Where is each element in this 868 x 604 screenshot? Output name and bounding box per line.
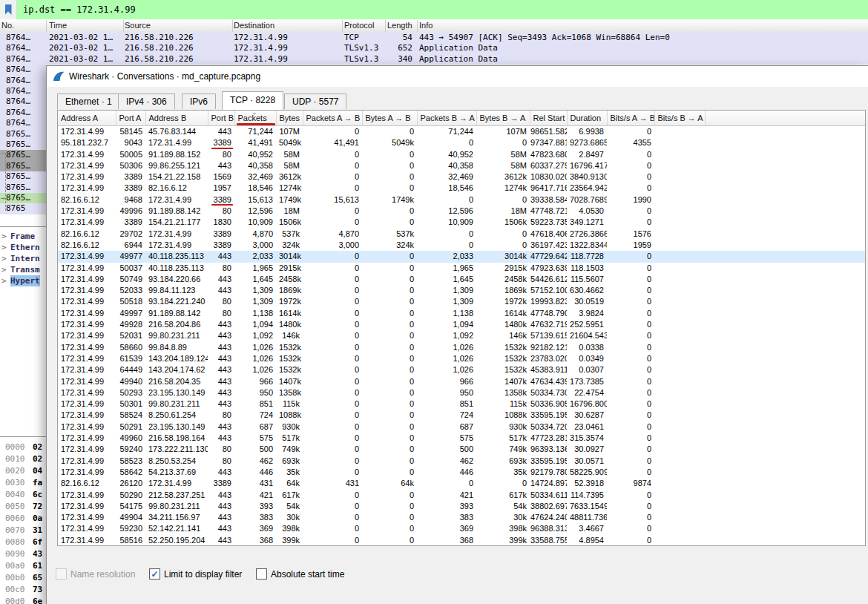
table-header-port-b[interactable]: Port B bbox=[208, 111, 234, 126]
packet-row-number[interactable]: 8765… bbox=[0, 129, 46, 139]
dialog-title-bar[interactable]: Wireshark · Conversations · md_capture.p… bbox=[47, 66, 868, 87]
conversation-row[interactable]: 172.31.4.9961539143.204.189.1244431,0261… bbox=[58, 353, 865, 364]
tree-item-hypert[interactable]: >Hypert bbox=[0, 275, 46, 286]
conversation-row[interactable]: 172.31.4.994999791.189.88.142801,1381614… bbox=[58, 308, 865, 319]
packet-row-number[interactable]: 8765… bbox=[0, 183, 46, 193]
conversation-row[interactable]: 172.31.4.995866099.84.8.894431,0261532k0… bbox=[58, 342, 865, 353]
conversation-row[interactable]: 172.31.4.995000591.189.88.1528040,95258M… bbox=[58, 149, 865, 160]
cell: 45.76.83.144 bbox=[145, 126, 208, 138]
expand-chevron-icon[interactable]: > bbox=[1, 275, 7, 286]
tab-ipv4[interactable]: IPv4 · 306 bbox=[118, 93, 175, 109]
packet-list-header[interactable]: No.TimeSourceDestinationProtocolLengthIn… bbox=[0, 19, 868, 33]
tree-item-frame[interactable]: >Frame bbox=[0, 231, 46, 242]
conversation-row[interactable]: 172.31.4.995030699.86.255.12144340,35858… bbox=[58, 160, 865, 171]
tab-udp[interactable]: UDP · 5577 bbox=[284, 93, 346, 109]
tree-item-intern[interactable]: >Intern bbox=[0, 253, 46, 264]
table-header-packets-a-b[interactable]: Packets A → B bbox=[303, 111, 362, 126]
packet-row[interactable]: 8764…2021-03-02 1…216.58.210.226172.31.4… bbox=[0, 54, 868, 65]
tab-tcp[interactable]: TCP · 8228 bbox=[222, 91, 283, 110]
conversation-row[interactable]: 172.31.4.99585238.250.53.25480462693k004… bbox=[58, 456, 865, 467]
packet-row[interactable]: 8764…2021-03-02 1…216.58.210.226172.31.4… bbox=[0, 33, 868, 43]
display-filter-input[interactable]: ip.dst == 172.31.4.99 bbox=[23, 4, 136, 15]
expand-chevron-icon[interactable]: > bbox=[1, 253, 7, 264]
conversation-row[interactable]: 172.31.4.995923052.142.21.141443369398k0… bbox=[58, 523, 865, 534]
expand-chevron-icon[interactable]: > bbox=[1, 231, 7, 242]
column-header-time[interactable]: Time bbox=[49, 21, 67, 30]
packet-row-number[interactable]: 8765… bbox=[0, 161, 46, 171]
conversation-row[interactable]: 172.31.4.995029123.195.130.149443687930k… bbox=[58, 421, 865, 433]
conversation-row[interactable]: 172.31.4.995814545.76.83.14444371,244107… bbox=[58, 126, 865, 138]
checkbox-limit-to-display-filter[interactable]: ✓Limit to display filter bbox=[149, 568, 242, 580]
checkbox-absolute-start-time[interactable]: Absolute start time bbox=[256, 568, 344, 580]
expand-chevron-icon[interactable]: > bbox=[1, 242, 7, 253]
conversation-row[interactable]: 82.16.6.126944172.31.4.9933893,000324k3,… bbox=[58, 240, 865, 251]
conversation-row[interactable]: 172.31.4.9964449143.204.174.624431,02615… bbox=[58, 364, 865, 375]
column-header-protocol[interactable]: Protocol bbox=[344, 21, 374, 30]
conversation-row[interactable]: 172.31.4.994997740.118.235.1134432,03330… bbox=[58, 251, 865, 262]
table-header-bytes[interactable]: Bytes bbox=[276, 111, 303, 126]
packet-row-number[interactable]: 8764… bbox=[0, 96, 46, 107]
conversation-row[interactable]: 172.31.4.995074993.184.220.664431,645245… bbox=[58, 274, 865, 285]
table-header-address-a[interactable]: Address A bbox=[58, 111, 116, 126]
table-header-rel-start[interactable]: Rel Start bbox=[530, 111, 567, 126]
table-header-packets-b-a[interactable]: Packets B → A bbox=[417, 111, 476, 126]
packet-row-number[interactable]: 8765… bbox=[0, 150, 46, 160]
packet-row-number[interactable]: 8765… bbox=[0, 171, 46, 182]
table-header-bits-s-a-b[interactable]: Bits/s A → B bbox=[607, 111, 654, 126]
packet-row-number[interactable]: 8765… bbox=[0, 139, 46, 150]
packet-row-number[interactable]: 8765 bbox=[0, 203, 46, 214]
conversation-row[interactable]: 172.31.4.995203199.80.231.2114431,092146… bbox=[58, 330, 865, 341]
conversation-row[interactable]: 82.16.6.1226120172.31.4.99338943164k4316… bbox=[58, 478, 865, 489]
column-header-length[interactable]: Length bbox=[387, 21, 412, 30]
tab-ipv6[interactable]: IPv6 bbox=[182, 93, 216, 109]
table-header-bytes-a-b[interactable]: Bytes A → B bbox=[362, 111, 417, 126]
packet-row-number[interactable]: 8764… bbox=[0, 108, 46, 118]
conversation-row[interactable]: 172.31.4.995029323.195.130.1494439501358… bbox=[58, 387, 865, 398]
conversation-row[interactable]: 172.31.4.9949928216.58.204.864431,094148… bbox=[58, 319, 865, 330]
conversation-row[interactable]: 172.31.4.993389154.21.21.177183010,90915… bbox=[58, 217, 865, 228]
tab-ethernet[interactable]: Ethernet · 1 bbox=[57, 93, 120, 109]
conversation-row[interactable]: 95.181.232.79043172.31.4.99338941,491504… bbox=[58, 137, 865, 148]
conversation-row[interactable]: 172.31.4.995417599.80.231.21144339354k00… bbox=[58, 501, 865, 512]
table-header-duration[interactable]: Duration bbox=[567, 111, 607, 126]
conversation-row[interactable]: 172.31.4.995003740.118.235.113801,965291… bbox=[58, 263, 865, 274]
packet-row[interactable]: 8764…2021-03-02 1…216.58.210.226172.31.4… bbox=[0, 43, 868, 53]
conversation-row[interactable]: 82.16.6.1229702172.31.4.9933894,870537k4… bbox=[58, 229, 865, 240]
packet-row-number[interactable]: 8764… bbox=[0, 76, 46, 86]
conversation-row[interactable]: 172.31.4.99585248.250.61.254807241088k00… bbox=[58, 410, 865, 421]
conversation-row[interactable]: 172.31.4.99338982.16.6.12195718,5461274k… bbox=[58, 183, 865, 194]
tree-item-ethern[interactable]: >Ethern bbox=[0, 242, 46, 253]
table-header-port-a[interactable]: Port A bbox=[116, 111, 145, 126]
conversation-row[interactable]: 172.31.4.994990434.211.156.9744338330k00… bbox=[58, 512, 865, 523]
column-header-no[interactable]: No. bbox=[1, 21, 14, 30]
conversation-row[interactable]: 82.16.6.129468172.31.4.99338915,6131749k… bbox=[58, 194, 865, 206]
column-header-source[interactable]: Source bbox=[125, 21, 151, 30]
tree-item-transm[interactable]: >Transm bbox=[0, 264, 46, 275]
filter-bookmark-button[interactable] bbox=[0, 0, 17, 19]
conversation-row[interactable]: 172.31.4.995864254.213.37.6944344635k004… bbox=[58, 467, 865, 478]
packet-row-number[interactable]: 8764… bbox=[0, 86, 46, 96]
table-header-address-b[interactable]: Address B bbox=[145, 111, 208, 126]
checkbox-unchecked-icon[interactable] bbox=[256, 568, 267, 580]
table-header-packets-red-underline-annotation[interactable]: Packets⌄ bbox=[234, 111, 276, 126]
conversation-row[interactable]: 172.31.4.995203399.84.11.1234431,3091869… bbox=[58, 285, 865, 296]
column-header-destination[interactable]: Destination bbox=[234, 21, 274, 30]
conversation-row[interactable]: 172.31.4.9949940216.58.204.354439661407k… bbox=[58, 376, 865, 387]
table-header-bytes-b-a[interactable]: Bytes B → A bbox=[476, 111, 530, 126]
conversation-row[interactable]: 172.31.4.994999691.189.88.1428012,59618M… bbox=[58, 206, 865, 217]
conversation-row[interactable]: 172.31.4.9950290212.58.237.251443421617k… bbox=[58, 490, 865, 501]
cell: 58M bbox=[476, 149, 530, 160]
packet-row-number[interactable]: →8765… bbox=[0, 193, 46, 203]
column-header-info[interactable]: Info bbox=[419, 21, 433, 30]
conversation-row[interactable]: 172.31.4.995030199.80.231.211443851115k0… bbox=[58, 398, 865, 410]
table-header-bits-s-b-a[interactable]: Bits/s B → A bbox=[654, 111, 705, 126]
checkbox-checked-icon[interactable]: ✓ bbox=[149, 568, 160, 580]
conversation-row[interactable]: 172.31.4.993389154.21.22.158156932,46936… bbox=[58, 171, 865, 183]
packet-row-number[interactable]: 8764… bbox=[0, 65, 46, 75]
conversation-row[interactable]: 172.31.4.995851652.250.195.204443368399k… bbox=[58, 535, 865, 546]
conversation-row[interactable]: 172.31.4.9959240173.222.211.13080500749k… bbox=[58, 444, 865, 455]
packet-row-number[interactable]: 8764… bbox=[0, 118, 46, 128]
conversation-row[interactable]: 172.31.4.995051893.184.221.240801,309197… bbox=[58, 296, 865, 307]
conversation-row[interactable]: 172.31.4.9949960216.58.198.164443575517k… bbox=[58, 433, 865, 444]
expand-chevron-icon[interactable]: > bbox=[1, 264, 7, 275]
